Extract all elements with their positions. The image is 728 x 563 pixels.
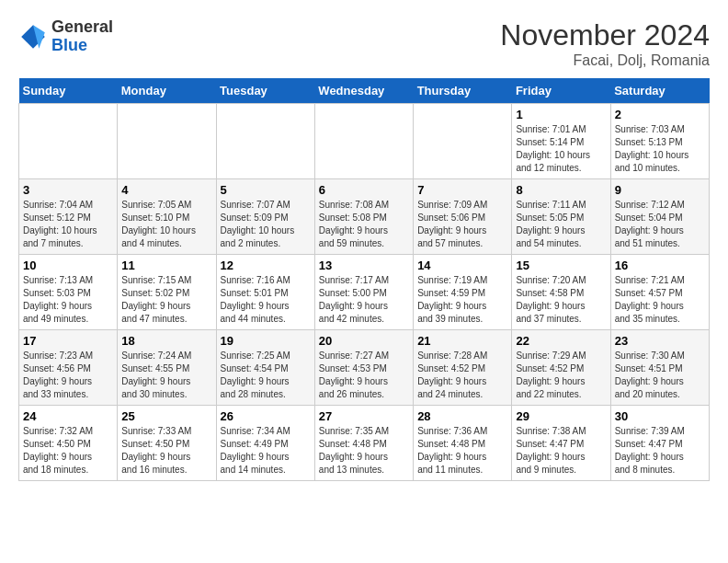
- day-info: Sunrise: 7:25 AM Sunset: 4:54 PM Dayligh…: [221, 350, 311, 401]
- day-number: 5: [221, 183, 311, 197]
- day-number: 22: [516, 334, 606, 348]
- day-info: Sunrise: 7:13 AM Sunset: 5:03 PM Dayligh…: [23, 274, 113, 326]
- day-info: Sunrise: 7:08 AM Sunset: 5:08 PM Dayligh…: [319, 199, 409, 250]
- day-info: Sunrise: 7:15 AM Sunset: 5:02 PM Dayligh…: [121, 274, 211, 326]
- day-info: Sunrise: 7:20 AM Sunset: 4:58 PM Dayligh…: [516, 274, 606, 326]
- weekday-saturday: Saturday: [610, 78, 709, 104]
- calendar-cell: 1Sunrise: 7:01 AM Sunset: 5:14 PM Daylig…: [512, 104, 610, 179]
- day-number: 23: [615, 334, 705, 348]
- day-info: Sunrise: 7:28 AM Sunset: 4:52 PM Dayligh…: [417, 350, 507, 401]
- calendar-cell: 22Sunrise: 7:29 AM Sunset: 4:52 PM Dayli…: [512, 330, 610, 406]
- calendar-cell: 19Sunrise: 7:25 AM Sunset: 4:54 PM Dayli…: [216, 330, 314, 406]
- calendar-cell: [118, 104, 216, 179]
- day-number: 20: [319, 334, 409, 348]
- day-info: Sunrise: 7:30 AM Sunset: 4:51 PM Dayligh…: [615, 350, 705, 401]
- calendar-week-1: 1Sunrise: 7:01 AM Sunset: 5:14 PM Daylig…: [19, 104, 710, 179]
- calendar-cell: [314, 104, 413, 179]
- day-number: 18: [121, 334, 211, 348]
- day-info: Sunrise: 7:34 AM Sunset: 4:49 PM Dayligh…: [221, 425, 311, 477]
- day-number: 7: [417, 183, 507, 197]
- calendar-body: 1Sunrise: 7:01 AM Sunset: 5:14 PM Daylig…: [19, 104, 710, 481]
- calendar-cell: 24Sunrise: 7:32 AM Sunset: 4:50 PM Dayli…: [19, 406, 118, 481]
- day-info: Sunrise: 7:32 AM Sunset: 4:50 PM Dayligh…: [23, 425, 113, 477]
- day-number: 10: [23, 259, 113, 272]
- weekday-sunday: Sunday: [19, 78, 118, 104]
- calendar-cell: 30Sunrise: 7:39 AM Sunset: 4:47 PM Dayli…: [610, 406, 709, 481]
- day-info: Sunrise: 7:39 AM Sunset: 4:47 PM Dayligh…: [615, 425, 705, 477]
- calendar-cell: 20Sunrise: 7:27 AM Sunset: 4:53 PM Dayli…: [314, 330, 413, 406]
- location: Facai, Dolj, Romania: [500, 52, 710, 69]
- day-info: Sunrise: 7:19 AM Sunset: 4:59 PM Dayligh…: [417, 274, 507, 326]
- day-number: 2: [615, 108, 705, 121]
- calendar-week-4: 17Sunrise: 7:23 AM Sunset: 4:56 PM Dayli…: [19, 330, 710, 406]
- calendar-cell: 9Sunrise: 7:12 AM Sunset: 5:04 PM Daylig…: [610, 179, 709, 255]
- day-info: Sunrise: 7:17 AM Sunset: 5:00 PM Dayligh…: [319, 274, 409, 326]
- day-info: Sunrise: 7:05 AM Sunset: 5:10 PM Dayligh…: [121, 199, 211, 250]
- day-info: Sunrise: 7:21 AM Sunset: 4:57 PM Dayligh…: [615, 274, 705, 326]
- day-number: 25: [121, 409, 211, 423]
- day-number: 28: [417, 409, 507, 423]
- day-info: Sunrise: 7:35 AM Sunset: 4:48 PM Dayligh…: [319, 425, 409, 477]
- weekday-wednesday: Wednesday: [314, 78, 413, 104]
- day-info: Sunrise: 7:29 AM Sunset: 4:52 PM Dayligh…: [516, 350, 606, 401]
- day-number: 29: [516, 409, 606, 423]
- calendar-cell: 13Sunrise: 7:17 AM Sunset: 5:00 PM Dayli…: [314, 255, 413, 330]
- weekday-friday: Friday: [512, 78, 610, 104]
- day-number: 3: [23, 183, 113, 197]
- day-info: Sunrise: 7:03 AM Sunset: 5:13 PM Dayligh…: [615, 123, 705, 175]
- calendar-week-3: 10Sunrise: 7:13 AM Sunset: 5:03 PM Dayli…: [19, 255, 710, 330]
- day-info: Sunrise: 7:38 AM Sunset: 4:47 PM Dayligh…: [516, 425, 606, 477]
- month-title: November 2024: [500, 18, 710, 52]
- day-number: 27: [319, 409, 409, 423]
- calendar-cell: 29Sunrise: 7:38 AM Sunset: 4:47 PM Dayli…: [512, 406, 610, 481]
- calendar-week-2: 3Sunrise: 7:04 AM Sunset: 5:12 PM Daylig…: [19, 179, 710, 255]
- day-number: 17: [23, 334, 113, 348]
- day-number: 1: [516, 108, 606, 121]
- calendar-cell: 3Sunrise: 7:04 AM Sunset: 5:12 PM Daylig…: [19, 179, 118, 255]
- calendar-cell: 27Sunrise: 7:35 AM Sunset: 4:48 PM Dayli…: [314, 406, 413, 481]
- day-number: 21: [417, 334, 507, 348]
- day-info: Sunrise: 7:24 AM Sunset: 4:55 PM Dayligh…: [121, 350, 211, 401]
- calendar-cell: 6Sunrise: 7:08 AM Sunset: 5:08 PM Daylig…: [314, 179, 413, 255]
- calendar-week-5: 24Sunrise: 7:32 AM Sunset: 4:50 PM Dayli…: [19, 406, 710, 481]
- weekday-tuesday: Tuesday: [216, 78, 314, 104]
- calendar-cell: 26Sunrise: 7:34 AM Sunset: 4:49 PM Dayli…: [216, 406, 314, 481]
- weekday-monday: Monday: [118, 78, 216, 104]
- day-number: 15: [516, 259, 606, 272]
- calendar-cell: [19, 104, 118, 179]
- day-number: 19: [221, 334, 311, 348]
- calendar-cell: 18Sunrise: 7:24 AM Sunset: 4:55 PM Dayli…: [118, 330, 216, 406]
- calendar-cell: 4Sunrise: 7:05 AM Sunset: 5:10 PM Daylig…: [118, 179, 216, 255]
- day-info: Sunrise: 7:07 AM Sunset: 5:09 PM Dayligh…: [221, 199, 311, 250]
- day-info: Sunrise: 7:23 AM Sunset: 4:56 PM Dayligh…: [23, 350, 113, 401]
- calendar-cell: 14Sunrise: 7:19 AM Sunset: 4:59 PM Dayli…: [414, 255, 512, 330]
- day-number: 6: [319, 183, 409, 197]
- day-info: Sunrise: 7:27 AM Sunset: 4:53 PM Dayligh…: [319, 350, 409, 401]
- day-number: 26: [221, 409, 311, 423]
- calendar-cell: 23Sunrise: 7:30 AM Sunset: 4:51 PM Dayli…: [610, 330, 709, 406]
- day-number: 12: [221, 259, 311, 272]
- logo-icon: [18, 22, 48, 52]
- day-info: Sunrise: 7:36 AM Sunset: 4:48 PM Dayligh…: [417, 425, 507, 477]
- day-info: Sunrise: 7:04 AM Sunset: 5:12 PM Dayligh…: [23, 199, 113, 250]
- day-number: 4: [121, 183, 211, 197]
- calendar-cell: [414, 104, 512, 179]
- calendar-cell: 17Sunrise: 7:23 AM Sunset: 4:56 PM Dayli…: [19, 330, 118, 406]
- page-header: General Blue November 2024 Facai, Dolj, …: [18, 18, 710, 69]
- day-info: Sunrise: 7:01 AM Sunset: 5:14 PM Dayligh…: [516, 123, 606, 175]
- calendar-cell: 28Sunrise: 7:36 AM Sunset: 4:48 PM Dayli…: [414, 406, 512, 481]
- day-number: 11: [121, 259, 211, 272]
- day-number: 30: [615, 409, 705, 423]
- day-number: 8: [516, 183, 606, 197]
- day-info: Sunrise: 7:33 AM Sunset: 4:50 PM Dayligh…: [121, 425, 211, 477]
- calendar-cell: 21Sunrise: 7:28 AM Sunset: 4:52 PM Dayli…: [414, 330, 512, 406]
- calendar-table: SundayMondayTuesdayWednesdayThursdayFrid…: [18, 78, 710, 481]
- calendar-cell: [216, 104, 314, 179]
- calendar-cell: 8Sunrise: 7:11 AM Sunset: 5:05 PM Daylig…: [512, 179, 610, 255]
- day-number: 13: [319, 259, 409, 272]
- day-info: Sunrise: 7:16 AM Sunset: 5:01 PM Dayligh…: [221, 274, 311, 326]
- calendar-cell: 10Sunrise: 7:13 AM Sunset: 5:03 PM Dayli…: [19, 255, 118, 330]
- title-block: November 2024 Facai, Dolj, Romania: [500, 18, 710, 69]
- calendar-cell: 2Sunrise: 7:03 AM Sunset: 5:13 PM Daylig…: [610, 104, 709, 179]
- day-info: Sunrise: 7:09 AM Sunset: 5:06 PM Dayligh…: [417, 199, 507, 250]
